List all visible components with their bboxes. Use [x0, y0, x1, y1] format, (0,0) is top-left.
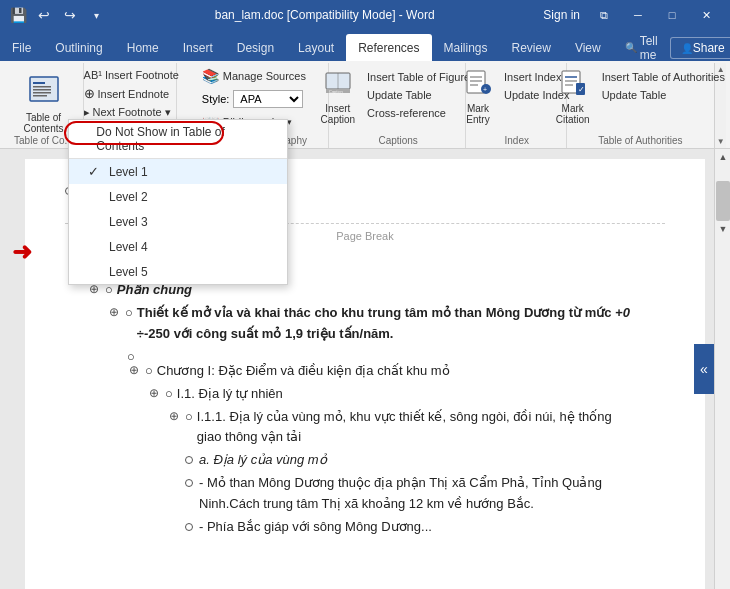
scroll-down-btn[interactable]: ▼: [715, 221, 730, 237]
maximize-btn[interactable]: □: [656, 0, 688, 30]
i1-item: ⊕ ○ I.1. Địa lý tự nhiên: [145, 384, 665, 405]
update-table-auth-btn[interactable]: Update Table: [598, 87, 729, 103]
next-footnote-icon: ▸: [84, 106, 90, 119]
mark-citation-btn[interactable]: ✓ MarkCitation: [552, 67, 594, 127]
tab-review[interactable]: Review: [500, 34, 563, 61]
svg-text:✓: ✓: [578, 85, 585, 94]
level5-check: [85, 264, 101, 279]
insert-footnote-btn[interactable]: AB¹ Insert Footnote: [80, 67, 183, 83]
update-table-auth-label: Update Table: [602, 89, 667, 101]
section-bold-text: Thiết kế mở vỉa và khai thác cho khu tru…: [137, 303, 665, 345]
vertical-scrollbar[interactable]: ▲ ▼: [714, 149, 730, 589]
insert-table-auth-label: Insert Table of Authorities: [602, 71, 725, 83]
phiabac-bullet: [185, 523, 193, 531]
section-bold-toggle[interactable]: ⊕: [105, 303, 123, 322]
svg-rect-5: [33, 95, 47, 97]
level5-label: Level 5: [109, 265, 148, 279]
i11-bullet: ○: [185, 407, 193, 428]
save-icon[interactable]: 💾: [8, 5, 28, 25]
ribbon-tabs: File Outlining Home Insert Design Layout…: [0, 30, 730, 61]
insert-endnote-btn[interactable]: ⊕ Insert Endnote: [80, 84, 183, 103]
chuong-toggle[interactable]: ⊕: [125, 361, 143, 380]
insert-caption-label: InsertCaption: [321, 103, 355, 125]
svg-text:Caption: Caption: [329, 89, 343, 94]
i11-item: ⊕ ○ I.1.1. Địa lý của vùng mỏ, khu vực t…: [165, 407, 665, 449]
table-authorities-label: Table of Authorities: [598, 135, 683, 146]
toggle-ribbon-btn[interactable]: ⧉: [588, 0, 620, 30]
level3-label: Level 3: [109, 215, 148, 229]
group-captions: Caption InsertCaption Insert Table of Fi…: [331, 63, 465, 148]
dropdown-menu: Do Not Show in Table of Contents ✓ Level…: [68, 119, 288, 285]
window-controls: ⧉ ─ □ ✕: [588, 0, 722, 30]
do-not-show-label: Do Not Show in Table of Contents: [96, 125, 271, 153]
section-bold-bullet: ○: [125, 303, 133, 324]
svg-rect-3: [33, 89, 51, 91]
captions-group-label: Captions: [378, 135, 417, 146]
scroll-up-btn[interactable]: ▲: [715, 149, 730, 165]
tab-design[interactable]: Design: [225, 34, 286, 61]
dropdown-item-level3[interactable]: Level 3: [69, 209, 287, 234]
phiabac-item: - Phía Bắc giáp với sông Mông Dương...: [185, 517, 665, 538]
tab-tell-me[interactable]: 🔍 Tell me: [613, 34, 670, 61]
style-select[interactable]: APA MLA Chicago: [233, 90, 303, 108]
manage-sources-btn[interactable]: 📚 Manage Sources: [199, 67, 309, 85]
level2-label: Level 2: [109, 190, 148, 204]
cross-reference-label: Cross-reference: [367, 107, 446, 119]
tab-share[interactable]: 👤 Share: [670, 37, 730, 59]
insert-caption-btn[interactable]: Caption InsertCaption: [317, 67, 359, 127]
toc-label: Table ofContents: [23, 112, 63, 134]
level1-label: Level 1: [109, 165, 148, 179]
do-not-show-check: [85, 132, 88, 146]
quick-access-toolbar: 💾 ↩ ↪ ▾: [8, 5, 106, 25]
i11-text: I.1.1. Địa lý của vùng mỏ, khu vực thiết…: [197, 407, 637, 449]
table-of-contents-btn[interactable]: Table ofContents: [19, 67, 67, 136]
minimize-btn[interactable]: ─: [622, 0, 654, 30]
signin-link[interactable]: Sign in: [543, 8, 580, 22]
update-table-label: Update Table: [367, 89, 432, 101]
insert-footnote-label: Insert Footnote: [105, 69, 179, 81]
section-bold-item: ⊕ ○ Thiết kế mở vỉa và khai thác cho khu…: [105, 303, 665, 345]
sidebar-expand-btn[interactable]: «: [694, 344, 714, 394]
dropdown-item-level1[interactable]: ✓ Level 1: [69, 159, 287, 184]
tab-view[interactable]: View: [563, 34, 613, 61]
chuong-text: Chương I: Đặc Điểm và điều kiện địa chất…: [157, 361, 450, 382]
dropdown-item-level5[interactable]: Level 5: [69, 259, 287, 284]
i1-text: I.1. Địa lý tự nhiên: [177, 384, 283, 405]
tab-mailings[interactable]: Mailings: [432, 34, 500, 61]
svg-rect-4: [33, 92, 51, 94]
chuong-item: ⊕ ○ Chương I: Đặc Điểm và điều kiện địa …: [125, 361, 665, 382]
a-item: a. Địa lý của vùng mỏ: [185, 450, 665, 471]
scrollbar-thumb[interactable]: [716, 181, 730, 221]
chuong-bullet: ○: [145, 361, 153, 382]
mark-entry-btn[interactable]: + MarkEntry: [460, 67, 496, 127]
dropdown-item-level4[interactable]: Level 4: [69, 234, 287, 259]
svg-text:+: +: [483, 86, 487, 93]
dropdown-item-do-not-show[interactable]: Do Not Show in Table of Contents: [69, 120, 287, 159]
mothan-text: - Mỏ than Mông Dương thuộc địa phận Thị …: [199, 473, 649, 515]
insert-endnote-icon: ⊕: [84, 86, 95, 101]
tab-references[interactable]: References: [346, 34, 431, 61]
insert-caption-icon: Caption: [324, 69, 352, 103]
tab-outlining[interactable]: Outlining: [43, 34, 114, 61]
undo-icon[interactable]: ↩: [34, 5, 54, 25]
tab-layout[interactable]: Layout: [286, 34, 346, 61]
manage-sources-icon: 📚: [202, 68, 219, 84]
a-text: a. Địa lý của vùng mỏ: [199, 450, 327, 471]
i11-toggle[interactable]: ⊕: [165, 407, 183, 426]
insert-table-auth-btn[interactable]: Insert Table of Authorities: [598, 69, 729, 85]
style-label: Style:: [202, 93, 230, 105]
level3-check: [85, 214, 101, 229]
dropdown-item-level2[interactable]: Level 2: [69, 184, 287, 209]
tab-insert[interactable]: Insert: [171, 34, 225, 61]
redo-icon[interactable]: ↪: [60, 5, 80, 25]
empty-bullet-item: ○: [105, 347, 665, 359]
i1-toggle[interactable]: ⊕: [145, 384, 163, 403]
toc-icon: [28, 73, 60, 110]
level1-check: ✓: [85, 164, 101, 179]
tab-home[interactable]: Home: [115, 34, 171, 61]
tab-file[interactable]: File: [0, 34, 43, 61]
close-btn[interactable]: ✕: [690, 0, 722, 30]
group-table-authorities: ✓ MarkCitation Insert Table of Authoriti…: [569, 63, 713, 148]
customize-icon[interactable]: ▾: [86, 5, 106, 25]
mark-entry-label: MarkEntry: [466, 103, 489, 125]
